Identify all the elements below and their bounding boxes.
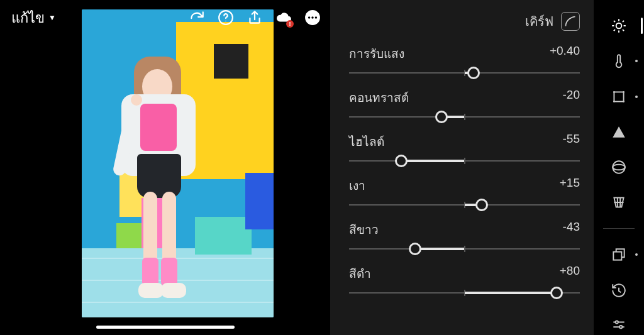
slider-thumb[interactable]: [395, 155, 408, 167]
share-button[interactable]: [246, 9, 264, 26]
slider-thumb[interactable]: [475, 199, 488, 211]
tool-color[interactable]: [606, 52, 631, 70]
slider-value: -43: [563, 220, 580, 239]
help-button[interactable]: [217, 9, 235, 26]
mode-title: แก้ไข: [11, 7, 45, 29]
panel-title: เคิร์ฟ: [525, 11, 553, 31]
tool-geometry[interactable]: [606, 193, 631, 212]
cloud-sync-button[interactable]: !: [275, 9, 292, 26]
slider-value: +15: [560, 176, 580, 195]
tool-presets[interactable]: [606, 245, 631, 264]
svg-point-10: [613, 101, 615, 102]
history-icon: [611, 282, 627, 299]
slider-track[interactable]: [349, 153, 580, 168]
mode-dropdown[interactable]: แก้ไข ▼: [11, 7, 56, 29]
svg-point-5: [315, 16, 317, 18]
stack-icon: [611, 246, 627, 263]
svg-point-16: [619, 326, 622, 328]
slider-label: ไฮไลต์: [349, 132, 384, 151]
chevron-down-icon: ▼: [48, 13, 56, 22]
slider-label: คอนทราสต์: [349, 88, 409, 107]
tool-rail: [594, 0, 644, 335]
slider-thumb[interactable]: [409, 243, 421, 255]
help-icon: [218, 9, 234, 26]
tool-settings[interactable]: [606, 316, 631, 335]
svg-point-6: [616, 23, 622, 29]
tool-versions[interactable]: [606, 281, 631, 300]
tone-curve-button[interactable]: [561, 12, 580, 31]
alert-badge-icon: !: [286, 20, 294, 28]
thermometer-icon: [611, 53, 627, 69]
slider-value: -20: [563, 88, 580, 107]
slider-2: ไฮไลต์-55: [349, 132, 580, 168]
slider-0: การรับแสง+0.40: [349, 44, 580, 80]
svg-rect-14: [613, 252, 621, 260]
svg-point-4: [311, 16, 313, 18]
tool-effects[interactable]: [606, 123, 631, 141]
svg-point-12: [613, 161, 625, 173]
slider-value: +0.40: [550, 44, 580, 63]
slider-label: การรับแสง: [349, 44, 404, 63]
home-indicator[interactable]: [96, 326, 235, 329]
svg-point-9: [623, 91, 625, 93]
tool-crop[interactable]: [606, 87, 631, 106]
perspective-icon: [611, 194, 627, 211]
svg-point-3: [308, 16, 310, 18]
slider-track[interactable]: [349, 65, 580, 80]
adjust-panel: เคิร์ฟ การรับแสง+0.40คอนทราสต์-20ไฮไลต์-…: [330, 0, 594, 335]
tool-optics[interactable]: [606, 158, 631, 177]
slider-track[interactable]: [349, 285, 580, 300]
more-button[interactable]: [304, 9, 321, 26]
image-preview-area: แก้ไข ▼ !: [0, 0, 330, 335]
slider-5: สีดำ+80: [349, 264, 580, 300]
lens-icon: [611, 159, 627, 175]
slider-value: +80: [560, 264, 580, 283]
ellipsis-icon: [304, 9, 321, 26]
slider-label: สีขาว: [349, 220, 379, 239]
slider-track[interactable]: [349, 109, 580, 124]
triangle-icon: [611, 124, 627, 140]
svg-point-15: [616, 321, 618, 323]
slider-track[interactable]: [349, 197, 580, 212]
slider-1: คอนทราสต์-20: [349, 88, 580, 124]
slider-thumb[interactable]: [550, 287, 563, 299]
sliders-icon: [611, 317, 627, 334]
crop-icon: [611, 89, 627, 105]
edited-photo[interactable]: [82, 9, 274, 317]
sun-icon: [611, 18, 627, 34]
slider-3: เงา+15: [349, 176, 580, 212]
slider-4: สีขาว-43: [349, 220, 580, 256]
slider-value: -55: [563, 132, 580, 151]
curve-icon: [564, 15, 577, 28]
tool-light[interactable]: [606, 16, 631, 35]
rail-divider: [603, 228, 635, 229]
slider-track[interactable]: [349, 241, 580, 256]
slider-label: สีดำ: [349, 264, 371, 283]
svg-point-13: [613, 165, 625, 170]
slider-label: เงา: [349, 176, 365, 195]
svg-point-11: [623, 101, 625, 102]
svg-rect-7: [614, 92, 623, 101]
share-icon: [247, 9, 263, 26]
slider-thumb[interactable]: [435, 111, 448, 123]
svg-point-8: [613, 91, 615, 93]
redo-icon: [189, 9, 205, 26]
slider-thumb[interactable]: [467, 67, 480, 79]
svg-point-1: [225, 21, 226, 21]
redo-button[interactable]: [188, 9, 206, 26]
